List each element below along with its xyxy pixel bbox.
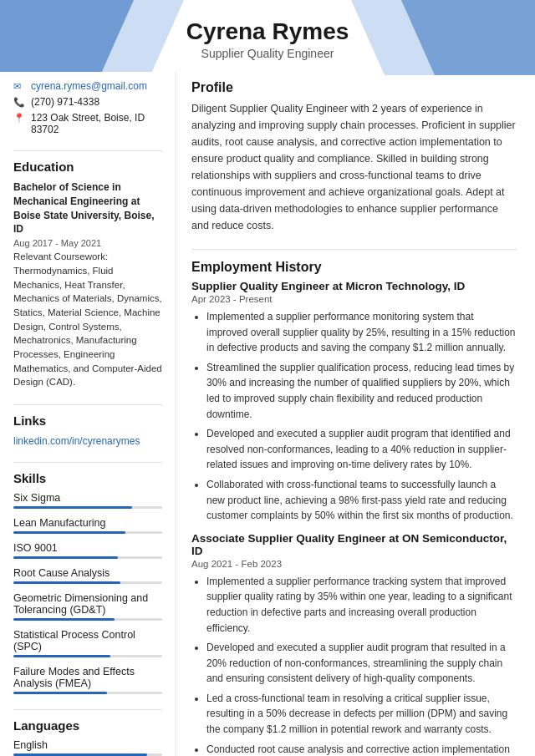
- job-dates: Apr 2023 - Present: [191, 294, 517, 304]
- contact-email: ✉ cyrena.rymes@gmail.com: [13, 80, 162, 92]
- bullet-item: Conducted root cause analysis and correc…: [206, 742, 517, 756]
- skill-bar-bg: [13, 506, 162, 509]
- job-dates: Aug 2021 - Feb 2023: [191, 559, 517, 569]
- education-dates: Aug 2017 - May 2021: [13, 238, 162, 248]
- email-icon: ✉: [13, 81, 27, 92]
- job-item: Supplier Quality Engineer at Micron Tech…: [191, 280, 517, 524]
- skill-bar-bg: [13, 581, 162, 584]
- profile-text: Diligent Supplier Quality Engineer with …: [191, 100, 517, 234]
- job-bullets: Implemented a supplier performance track…: [191, 574, 517, 756]
- education-coursework: Relevant Coursework: Thermodynamics, Flu…: [13, 250, 162, 389]
- skills-list: Six Sigma Lean Manufacturing ISO 9001 Ro…: [13, 492, 162, 694]
- job-bullets: Implemented a supplier performance monit…: [191, 309, 517, 524]
- language-name: English: [13, 739, 162, 751]
- job-title: Supplier Quality Engineer at Micron Tech…: [191, 280, 517, 292]
- education-degree: Bachelor of Science in Mechanical Engine…: [13, 180, 162, 236]
- bullet-item: Collaborated with cross-functional teams…: [206, 477, 517, 524]
- languages-list: English: [13, 739, 162, 756]
- skill-item: Six Sigma: [13, 492, 162, 509]
- candidate-name: Cyrena Rymes: [17, 18, 518, 45]
- bullet-item: Implemented a supplier performance track…: [206, 574, 517, 636]
- profile-section: Profile Diligent Supplier Quality Engine…: [191, 80, 517, 234]
- skill-bar-fill: [13, 581, 120, 584]
- links-section: Links linkedin.com/in/cyrenarymes: [13, 414, 162, 447]
- main-content: Profile Diligent Supplier Quality Engine…: [176, 72, 535, 756]
- education-section: Education Bachelor of Science in Mechani…: [13, 160, 162, 389]
- skill-name: ISO 9001: [13, 542, 162, 554]
- skill-bar-bg: [13, 531, 162, 534]
- skill-item: ISO 9001: [13, 542, 162, 559]
- languages-section: Languages English: [13, 718, 162, 756]
- skill-name: Root Cause Analysis: [13, 567, 162, 579]
- skill-item: Statistical Process Control (SPC): [13, 629, 162, 657]
- section-divider-1: [191, 249, 517, 250]
- phone-icon: 📞: [13, 97, 27, 108]
- skill-name: Lean Manufacturing: [13, 517, 162, 529]
- contact-phone: 📞 (270) 971-4338: [13, 96, 162, 108]
- employment-section: Employment History Supplier Quality Engi…: [191, 260, 517, 756]
- bullet-item: Developed and executed a supplier audit …: [206, 640, 517, 687]
- coursework-label: Relevant Coursework:: [13, 251, 108, 261]
- skill-name: Statistical Process Control (SPC): [13, 629, 162, 652]
- candidate-title: Supplier Quality Engineer: [17, 47, 518, 60]
- skills-section: Skills Six Sigma Lean Manufacturing ISO …: [13, 471, 162, 694]
- skill-item: Geometric Dimensioning and Tolerancing (…: [13, 592, 162, 621]
- contact-section: ✉ cyrena.rymes@gmail.com 📞 (270) 971-433…: [13, 80, 162, 135]
- skill-bar-fill: [13, 692, 107, 694]
- skill-item: Root Cause Analysis: [13, 567, 162, 584]
- employment-title: Employment History: [191, 260, 517, 275]
- skill-bar-fill: [13, 618, 115, 621]
- skill-item: Lean Manufacturing: [13, 517, 162, 534]
- skill-name: Six Sigma: [13, 492, 162, 504]
- education-item: Bachelor of Science in Mechanical Engine…: [13, 180, 162, 389]
- skill-name: Geometric Dimensioning and Tolerancing (…: [13, 592, 162, 616]
- skill-bar-bg: [13, 655, 162, 657]
- bullet-item: Developed and executed a supplier audit …: [206, 426, 517, 473]
- bullet-item: Implemented a supplier performance monit…: [206, 309, 517, 356]
- coursework-text: Thermodynamics, Fluid Mechanics, Heat Tr…: [13, 266, 162, 387]
- skill-item: Failure Modes and Effects Analysis (FMEA…: [13, 666, 162, 694]
- skill-bar-fill: [13, 556, 118, 559]
- profile-title: Profile: [191, 80, 517, 95]
- job-item: Associate Supplier Quality Engineer at O…: [191, 532, 517, 756]
- skill-name: Failure Modes and Effects Analysis (FMEA…: [13, 666, 162, 689]
- email-link[interactable]: cyrena.rymes@gmail.com: [31, 80, 147, 92]
- address-text: 123 Oak Street, Boise, ID 83702: [31, 112, 162, 135]
- main-layout: ✉ cyrena.rymes@gmail.com 📞 (270) 971-433…: [0, 72, 535, 756]
- skill-bar-bg: [13, 692, 162, 694]
- sidebar: ✉ cyrena.rymes@gmail.com 📞 (270) 971-433…: [0, 72, 176, 756]
- jobs-list: Supplier Quality Engineer at Micron Tech…: [191, 280, 517, 756]
- language-bar-bg: [13, 753, 162, 756]
- divider-2: [13, 404, 162, 405]
- links-title: Links: [13, 414, 162, 428]
- skill-bar-fill: [13, 655, 110, 657]
- bullet-item: Streamlined the supplier qualification p…: [206, 360, 517, 422]
- job-title: Associate Supplier Quality Engineer at O…: [191, 532, 517, 557]
- phone-number: (270) 971-4338: [31, 96, 99, 108]
- skill-bar-bg: [13, 618, 162, 621]
- education-title: Education: [13, 160, 162, 174]
- divider-1: [13, 150, 162, 151]
- skill-bar-fill: [13, 531, 125, 534]
- header: Cyrena Rymes Supplier Quality Engineer: [0, 0, 535, 72]
- divider-3: [13, 462, 162, 463]
- language-item: English: [13, 739, 162, 756]
- bullet-item: Led a cross-functional team in resolving…: [206, 691, 517, 738]
- language-bar-fill: [13, 753, 147, 756]
- linkedin-link[interactable]: linkedin.com/in/cyrenarymes: [13, 435, 140, 447]
- skill-bar-fill: [13, 506, 132, 509]
- languages-title: Languages: [13, 718, 162, 733]
- contact-address: 📍 123 Oak Street, Boise, ID 83702: [13, 112, 162, 135]
- skill-bar-bg: [13, 556, 162, 559]
- divider-4: [13, 709, 162, 710]
- skills-title: Skills: [13, 471, 162, 485]
- location-icon: 📍: [13, 113, 27, 124]
